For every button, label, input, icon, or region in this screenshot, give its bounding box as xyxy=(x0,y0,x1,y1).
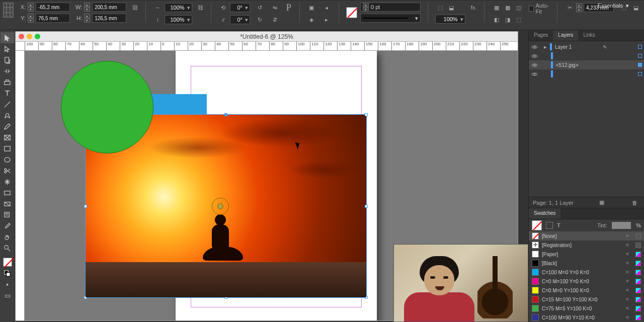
rectangle-tool[interactable] xyxy=(1,143,15,154)
line-tool[interactable] xyxy=(1,99,15,110)
handle-mr[interactable] xyxy=(365,205,368,208)
fit-frame-prop-icon[interactable]: ⬚ xyxy=(514,15,524,25)
fill-none-swatch[interactable] xyxy=(346,7,357,18)
scale-x-input[interactable]: 100% xyxy=(165,3,192,12)
tab-layers[interactable]: Layers xyxy=(553,30,578,41)
swatch-row[interactable]: C=100 M=90 Y=10 K=0 ✕ xyxy=(529,313,644,322)
visibility-icon[interactable] xyxy=(531,43,538,50)
select-indicator[interactable] xyxy=(638,63,642,67)
paragraph-icon[interactable]: P xyxy=(285,3,292,13)
flip-h-icon[interactable]: ⇋ xyxy=(270,3,280,13)
rectangle-frame-tool[interactable] xyxy=(1,132,15,143)
center-content-icon[interactable]: ◧ xyxy=(492,15,502,25)
layer-row[interactable] xyxy=(529,51,644,60)
selection-tool[interactable] xyxy=(1,32,15,43)
swatch-row[interactable]: [Paper] ✕ xyxy=(529,250,644,259)
shear-input[interactable]: 0° xyxy=(230,15,250,24)
layer-row[interactable] xyxy=(529,69,644,78)
oval-object[interactable] xyxy=(61,61,153,153)
handle-br[interactable] xyxy=(365,296,368,299)
balance-icon[interactable]: ⬚ xyxy=(435,3,445,13)
ruler-vertical[interactable] xyxy=(16,51,25,320)
select-container-icon[interactable]: ▣ xyxy=(306,3,316,13)
swatch-row[interactable]: C=100 M=0 Y=0 K=0 ✕ xyxy=(529,268,644,277)
swatch-text-icon[interactable]: T xyxy=(557,222,560,228)
stroke-style-select[interactable]: ▾ xyxy=(360,14,421,23)
rotate-cw-icon[interactable]: ↻ xyxy=(255,15,265,25)
zoom-tool[interactable] xyxy=(1,243,15,254)
swatch-fill-proxy[interactable] xyxy=(532,220,542,230)
page-tool[interactable] xyxy=(1,54,15,65)
scissors-tool[interactable] xyxy=(1,165,15,176)
layer-row[interactable]: <512.jpg> xyxy=(529,60,644,69)
gap-tool[interactable] xyxy=(1,65,15,76)
stroke-weight-input[interactable]: ▴▾0 pt xyxy=(360,3,421,12)
link-scale-icon[interactable]: ⛓ xyxy=(197,3,204,13)
hand-tool[interactable] xyxy=(1,231,15,243)
ellipse-tool[interactable] xyxy=(1,154,15,165)
fit-frame-icon[interactable]: ▩ xyxy=(503,3,513,13)
y-input[interactable]: 76,5 mm xyxy=(36,14,70,23)
visibility-icon[interactable] xyxy=(531,70,538,77)
eyedropper-tool[interactable] xyxy=(1,220,15,231)
swatch-row[interactable]: C=0 M=100 Y=0 K=0 ✕ xyxy=(529,277,644,286)
wrap-icon[interactable]: ⬓ xyxy=(446,3,456,13)
link-wh-icon[interactable]: ⛓ xyxy=(131,3,138,13)
note-tool[interactable] xyxy=(1,209,15,220)
rotate-input[interactable]: 0° xyxy=(230,3,250,12)
rotate-ccw-icon[interactable]: ↺ xyxy=(255,3,265,13)
visibility-icon[interactable] xyxy=(531,52,538,59)
apply-color-icon[interactable]: ▪ xyxy=(1,279,15,290)
delete-layer-icon[interactable]: 🗑 xyxy=(630,198,640,208)
direct-selection-tool[interactable] xyxy=(1,43,15,54)
select-indicator[interactable] xyxy=(638,54,642,58)
select-content-icon[interactable]: ◈ xyxy=(306,15,316,25)
content-collector-tool[interactable] xyxy=(1,76,15,88)
tab-links[interactable]: Links xyxy=(578,30,600,41)
fx-icon[interactable]: fx. xyxy=(470,3,477,13)
w-input[interactable]: 200,5 mm xyxy=(92,3,126,12)
ruler-horizontal[interactable]: 1009080706050403020100102030405060708090… xyxy=(16,42,518,51)
corner-options-icon-2[interactable]: ⬓ xyxy=(631,3,641,13)
layer-row[interactable]: ▸ Layer 1 ✎ xyxy=(529,42,644,51)
swatch-container-icon[interactable] xyxy=(546,222,553,229)
pen-tool[interactable] xyxy=(1,110,15,121)
pen-edit-icon[interactable]: ✎ xyxy=(600,42,610,52)
handle-bl[interactable] xyxy=(84,296,87,299)
select-indicator[interactable] xyxy=(638,72,642,76)
default-fill-stroke[interactable] xyxy=(1,268,15,279)
tab-pages[interactable]: Pages xyxy=(529,30,553,41)
swatch-row[interactable]: C=75 M=5 Y=100 K=0 ✕ xyxy=(529,304,644,313)
swatch-row[interactable]: C=15 M=100 Y=100 K=0 ✕ xyxy=(529,295,644,304)
handle-tm[interactable] xyxy=(224,113,227,116)
swatch-row[interactable]: [Registration] ✕ xyxy=(529,240,644,250)
fit-prop-icon[interactable]: ◨ xyxy=(503,15,513,25)
swatch-row[interactable]: [Black] ✕ xyxy=(529,259,644,268)
tab-swatches[interactable]: Swatches xyxy=(529,208,560,219)
select-indicator[interactable] xyxy=(638,45,642,49)
workspace-switcher[interactable]: Essentials▾ xyxy=(598,0,629,11)
select-next-icon[interactable]: ▸ xyxy=(321,15,332,25)
fill-frame-icon[interactable]: ◫ xyxy=(514,3,524,13)
fit-content-icon[interactable]: ▦ xyxy=(492,3,502,13)
view-mode-icon[interactable]: ▭ xyxy=(1,290,15,301)
autofit-toggle[interactable]: Auto-Fit xyxy=(529,3,550,15)
disclosure-icon[interactable]: ▸ xyxy=(544,44,547,50)
scale-y-input[interactable]: 100% xyxy=(165,15,192,24)
new-layer-icon[interactable]: ▦ xyxy=(597,198,607,208)
handle-ml[interactable] xyxy=(84,205,87,208)
visibility-icon[interactable] xyxy=(531,61,538,68)
reference-point-grid[interactable] xyxy=(3,3,14,18)
swatch-row[interactable]: [None] ✕ xyxy=(529,231,644,240)
content-grabber-icon[interactable] xyxy=(212,198,229,215)
pencil-tool[interactable] xyxy=(1,121,15,132)
handle-tr[interactable] xyxy=(365,113,368,116)
select-prev-icon[interactable]: ◂ xyxy=(321,3,332,13)
opacity-input[interactable]: 100% xyxy=(435,15,465,24)
swatch-row[interactable]: C=0 M=0 Y=100 K=0 ✕ xyxy=(529,286,644,295)
h-input[interactable]: 126,5 mm xyxy=(92,14,126,23)
handle-bm[interactable] xyxy=(224,296,227,299)
fill-stroke-swap[interactable] xyxy=(1,257,15,268)
x-input[interactable]: -65,2 mm xyxy=(36,3,70,12)
gradient-feather-tool[interactable] xyxy=(1,198,15,209)
